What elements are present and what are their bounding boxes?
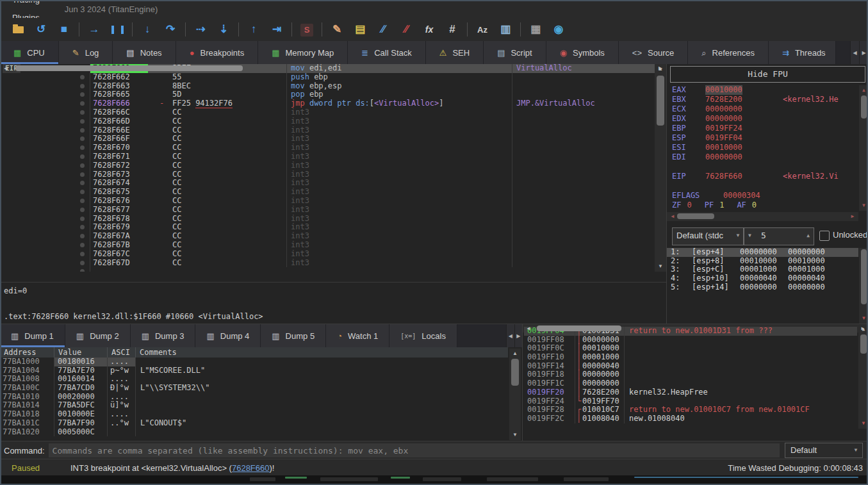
- scroll-thumb[interactable]: [511, 359, 519, 386]
- dump-row[interactable]: 77BA101477BA5DFCü]°w: [0, 401, 508, 410]
- disasm-row[interactable]: 7628F677CCint3: [0, 206, 655, 215]
- dump-value[interactable]: 00160014: [54, 375, 108, 384]
- dump-value[interactable]: 00020000: [54, 393, 108, 402]
- gutter-dot[interactable]: [80, 199, 85, 203]
- gutter-dot[interactable]: [80, 172, 85, 177]
- scroll-right-icon[interactable]: ▶: [848, 212, 857, 221]
- dump-row[interactable]: 77BA100477BA7E70p~°wL"MSCOREE.DLL": [0, 366, 508, 375]
- disasm-row[interactable]: 7628F671CCint3: [0, 152, 655, 161]
- tab-cpu[interactable]: ▦CPU: [0, 41, 59, 64]
- tab-notes[interactable]: ▤Notes: [113, 41, 176, 64]
- disasm-row[interactable]: 7628F673CCint3: [0, 170, 655, 179]
- stack-value[interactable]: 00000000: [582, 336, 625, 345]
- register-value[interactable]: 0019FF24: [705, 124, 742, 133]
- tab-locals[interactable]: [x=]Locals: [389, 324, 457, 347]
- dump-value[interactable]: 77BA7CD0: [54, 384, 108, 393]
- dump-row[interactable]: 77BA100C77BA7CD0Ð|°wL"\\SYSTEM32\\": [0, 384, 508, 393]
- register-row[interactable]: EBP0019FF24: [667, 124, 858, 133]
- registers-hscrollbar[interactable]: ◀ ▶: [667, 212, 858, 221]
- menu-tracing[interactable]: Tracing: [5, 0, 58, 9]
- disasm-row[interactable]: 7628F675CCint3: [0, 188, 655, 197]
- command-input[interactable]: [49, 443, 780, 457]
- gutter-dot[interactable]: [80, 217, 85, 221]
- dump-value[interactable]: 77BA7F90: [54, 419, 108, 428]
- disasm-row[interactable]: 7628F67ACCint3: [0, 232, 655, 241]
- disasm-row[interactable]: 7628F666-FF25 94132F76jmp dword ptr ds:[…: [0, 99, 655, 108]
- register-value[interactable]: 00000000: [705, 152, 742, 162]
- dump-row[interactable]: 77BA10200005000C: [0, 428, 508, 437]
- dump-row[interactable]: 77BA101000020000....: [0, 393, 508, 402]
- tab-log[interactable]: ✎Log: [59, 41, 113, 64]
- scroll-right-icon[interactable]: ▶: [858, 324, 867, 441]
- function-icon[interactable]: fx: [418, 20, 441, 39]
- disasm-row[interactable]: 7628F676CCint3: [0, 197, 655, 206]
- run-to-user-code-icon[interactable]: ⇥: [265, 20, 288, 39]
- dump-row[interactable]: 77BA101C77BA7F90..°wL"CONOUT$": [0, 419, 508, 428]
- gutter-dot[interactable]: [80, 208, 85, 212]
- gutter-dot[interactable]: [80, 225, 85, 229]
- register-row[interactable]: ESP0019FF04: [667, 133, 858, 143]
- gutter-dot[interactable]: [80, 234, 85, 238]
- stack-row[interactable]: 0019FF0C│00010000: [524, 344, 857, 353]
- dump-row[interactable]: 77BA100800160014....: [0, 375, 508, 384]
- register-value[interactable]: 7628E200: [705, 95, 742, 104]
- tab-script[interactable]: ▤Script: [484, 41, 546, 64]
- tab-memory-map[interactable]: ▦Memory Map: [258, 41, 348, 64]
- gutter-dot[interactable]: [80, 181, 85, 185]
- tab-watch-1[interactable]: ◔Watch 1: [326, 324, 389, 347]
- register-row[interactable]: ZF0PF1AF0: [667, 201, 858, 210]
- scroll-left-icon[interactable]: ◀: [1, 64, 10, 282]
- assemble-icon[interactable]: Az: [471, 20, 494, 40]
- stack-value[interactable]: 01008040: [582, 415, 625, 423]
- skip-exception-icon[interactable]: S: [295, 20, 318, 39]
- status-address-link[interactable]: 7628F660: [232, 463, 270, 473]
- tab-source[interactable]: <>Source: [619, 41, 688, 64]
- arguments-vscrollbar[interactable]: ▼: [859, 248, 868, 324]
- scroll-thumb[interactable]: [861, 249, 867, 304]
- restart-icon[interactable]: ↺: [29, 20, 53, 39]
- register-row[interactable]: EFLAGS00000304: [667, 191, 858, 201]
- stack-row[interactable]: 0019FF20│7628E200kernel32.HeapFree: [524, 388, 857, 397]
- stack-value[interactable]: 00000040: [582, 362, 625, 371]
- stack-value[interactable]: 00010000: [582, 344, 625, 353]
- gutter-dot[interactable]: [80, 75, 85, 79]
- register-value[interactable]: 7628F660: [705, 172, 742, 181]
- scroll-left-icon[interactable]: ◀: [524, 324, 533, 441]
- tab-scroll-right-icon[interactable]: ▶: [859, 41, 868, 64]
- scroll-thumb[interactable]: [15, 65, 243, 71]
- animate-into-icon[interactable]: ⇢: [189, 20, 212, 39]
- stack-value[interactable]: 00000000: [582, 370, 625, 379]
- arg-count-stepper[interactable]: ▼ 5 ▲: [744, 227, 814, 245]
- register-row[interactable]: EDX00000000: [667, 114, 858, 124]
- scroll-down-icon[interactable]: ▼: [509, 431, 521, 439]
- register-value[interactable]: 00000000: [705, 104, 742, 114]
- step-out-icon[interactable]: ↑: [242, 20, 265, 39]
- bookmark-icon[interactable]: ∕∕: [395, 20, 418, 39]
- stack-row[interactable]: 0019FF08│00000000: [524, 336, 857, 345]
- calculator-icon[interactable]: ▦: [524, 20, 547, 39]
- register-value[interactable]: 00010000: [705, 85, 742, 95]
- tab-dump-1[interactable]: ▥Dump 1: [0, 324, 65, 347]
- comment-icon[interactable]: ▤: [348, 20, 372, 39]
- stack-value[interactable]: 00000000: [582, 379, 625, 388]
- gutter-dot[interactable]: [80, 84, 85, 88]
- stack-row[interactable]: 0019FF28┌010010C7return to new.010010C7 …: [524, 406, 857, 415]
- step-into-icon[interactable]: ↓: [136, 20, 159, 39]
- stack-value[interactable]: 00001000: [582, 353, 625, 362]
- stepper-down-icon[interactable]: ▼: [748, 228, 751, 243]
- gutter-dot[interactable]: [80, 154, 85, 159]
- register-row[interactable]: EDI00000000: [667, 152, 858, 162]
- disasm-row[interactable]: 7628F67DCCint3: [0, 259, 655, 268]
- disasm-row[interactable]: 7628F67BCCint3: [0, 241, 655, 250]
- argument-row[interactable]: 5:[esp+14]0000000000000000: [667, 283, 858, 292]
- step-over-icon[interactable]: ↷: [159, 20, 182, 39]
- stack-row[interactable]: 0019FF2C│01008040new.01008040: [524, 415, 857, 423]
- register-value[interactable]: 00010000: [705, 143, 742, 152]
- pause-icon[interactable]: [106, 20, 129, 39]
- tab-references[interactable]: ⌕References: [688, 41, 769, 64]
- patch-icon[interactable]: ✎: [325, 20, 348, 39]
- register-value[interactable]: 00000304: [723, 191, 760, 201]
- hide-fpu-button[interactable]: Hide FPU: [670, 66, 865, 83]
- gutter-dot[interactable]: [80, 252, 85, 256]
- stepper-up-icon[interactable]: ▲: [807, 228, 810, 243]
